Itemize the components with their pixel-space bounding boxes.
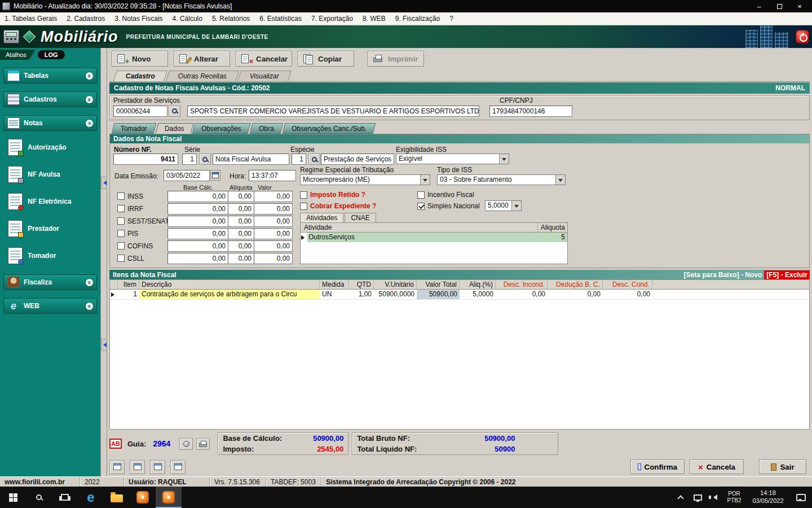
chevron-down-icon[interactable] (511, 201, 521, 211)
cofins-valor-field[interactable]: 0,00 (254, 240, 293, 252)
menu-tabelas-gerais[interactable]: 1. Tabelas Gerais (5, 15, 57, 23)
csll-valor-field[interactable]: 0,00 (254, 253, 293, 264)
maximize-button[interactable] (769, 1, 789, 12)
start-button[interactable] (0, 487, 26, 508)
irrf-checkbox[interactable] (117, 205, 125, 212)
menu-estatisticas[interactable]: 6. Estatísticas (259, 15, 302, 23)
csll-aliquota-field[interactable]: 0,00 (228, 253, 254, 264)
simples-aliquota-dropdown[interactable]: 5,0000 (485, 200, 522, 211)
tipo-iss-dropdown[interactable]: 03 - Sobre Faturamento (437, 174, 566, 185)
sidebar-item-prestador[interactable]: Prestador (8, 218, 100, 239)
menu-exportacao[interactable]: 7. Exportação (311, 15, 353, 23)
simples-nacional-checkbox[interactable] (417, 203, 425, 210)
sest-aliquota-field[interactable]: 0,00 (228, 216, 254, 227)
hora-field[interactable]: 13:37:07 (249, 170, 296, 181)
log-tab[interactable]: LOG (38, 50, 65, 59)
pinned-app-button-1[interactable] (130, 487, 156, 508)
prestador-name-field[interactable]: SPORTS CENTER COMERCIO VAREJISTAS DE VES… (187, 106, 479, 117)
imposto-retido-checkbox[interactable] (300, 191, 307, 199)
sidebar-item-tomador[interactable]: Tomador (8, 245, 100, 266)
collapse-arrow-icon[interactable] (101, 177, 107, 189)
prestador-search-button[interactable] (169, 106, 180, 117)
subtab-obra[interactable]: Obra (250, 123, 283, 134)
cancelar-button[interactable]: × Cancelar (236, 51, 292, 67)
chevron-down-icon[interactable]: » (85, 72, 94, 80)
chevron-down-icon[interactable] (420, 175, 430, 185)
menu-relatorios[interactable]: 5. Relatórios (212, 15, 250, 23)
language-indicator[interactable]: POR PTB2 (722, 487, 747, 508)
alterar-button[interactable]: Alterar (174, 51, 230, 67)
subtab-observacoes-canc[interactable]: Observações Canc./Sub. (282, 123, 376, 134)
sidebar-group-notas[interactable]: Notas » (3, 115, 97, 131)
especie-search-button[interactable] (308, 154, 320, 165)
especie-desc-field[interactable]: Prestação de Serviços (321, 154, 394, 165)
sair-button[interactable]: Sair (759, 459, 806, 474)
sidebar-group-web[interactable]: e WEB » (3, 298, 97, 314)
subtab-observacoes[interactable]: Observações (192, 123, 250, 134)
confirma-button[interactable]: Confirma (630, 459, 685, 474)
cancela-button[interactable]: × Cancela (690, 459, 744, 474)
chevron-down-icon[interactable]: » (85, 95, 94, 104)
data-emissao-field[interactable]: 03/05/2022 (164, 170, 210, 181)
cofins-aliquota-field[interactable]: 0,00 (228, 240, 254, 252)
menu-help[interactable]: ? (449, 15, 453, 23)
incentivo-fiscal-checkbox[interactable] (417, 191, 425, 199)
file-explorer-button[interactable] (104, 487, 130, 508)
volume-tray-button[interactable] (706, 487, 722, 508)
csll-checkbox[interactable] (117, 255, 125, 262)
exigibilidade-dropdown[interactable]: Exigível (396, 154, 509, 164)
collapse-arrow-icon[interactable] (101, 339, 107, 351)
running-app-button[interactable] (156, 487, 182, 508)
inss-aliquota-field[interactable]: 0,00 (228, 191, 254, 202)
guia-lookup-button[interactable] (179, 438, 193, 450)
regime-dropdown[interactable]: Microempresário (ME) (300, 174, 430, 185)
clock[interactable]: 14:18 03/05/2022 (747, 487, 789, 508)
tab-atividades[interactable]: Atividades (300, 213, 343, 222)
sidebar-item-nf-avulsa[interactable]: NF Avulsa (8, 164, 100, 185)
item-descricao-cell[interactable]: Contratação de serviços de arbitragem pa… (139, 290, 320, 299)
menu-cadastros[interactable]: 2. Cadastros (67, 15, 105, 23)
subtab-dados[interactable]: Dados (155, 123, 193, 134)
chevron-down-icon[interactable]: » (85, 278, 94, 287)
tab-visualizar[interactable]: Visualizar (237, 71, 292, 81)
especie-field[interactable]: 1 (292, 154, 306, 165)
atalhos-tab[interactable]: Atalhos (0, 50, 36, 60)
tray-expand-button[interactable] (672, 487, 689, 508)
taskbar-search-button[interactable] (26, 487, 52, 508)
pis-aliquota-field[interactable]: 0,00 (228, 228, 254, 239)
edge-button[interactable]: e (78, 487, 104, 508)
cpf-cnpj-field[interactable]: 17934847000146 (489, 106, 572, 117)
calendar-button[interactable] (210, 170, 220, 181)
inss-base-field[interactable]: 0,00 (167, 191, 228, 202)
minimize-button[interactable]: – (749, 1, 769, 12)
record-nav-button-1[interactable] (109, 460, 125, 474)
sest-senat-checkbox[interactable] (117, 217, 125, 225)
sest-base-field[interactable]: 0,00 (167, 216, 228, 227)
power-button[interactable] (796, 30, 809, 43)
item-row[interactable]: 1 Contratação de serviços de arbitragem … (110, 290, 809, 300)
record-nav-button-2[interactable] (130, 460, 145, 474)
cobrar-expediente-checkbox[interactable] (300, 203, 307, 210)
sidebar-group-cadastros[interactable]: Cadastros » (3, 91, 97, 107)
sidebar-group-fiscaliza[interactable]: Fiscaliza » (3, 274, 97, 290)
chevron-up-icon[interactable]: » (85, 119, 94, 128)
tab-cnae[interactable]: CNAE (345, 213, 376, 222)
notification-center-button[interactable] (789, 487, 812, 508)
menu-web[interactable]: 8. WEB (363, 15, 386, 23)
prestador-code-field[interactable]: 000006244 (113, 106, 167, 117)
inss-checkbox[interactable] (117, 192, 125, 200)
record-nav-button-3[interactable] (150, 460, 165, 474)
sidebar-item-nf-eletronica[interactable]: NF Eletrônica (8, 191, 100, 212)
task-view-button[interactable] (52, 487, 78, 508)
atividade-row[interactable]: OutrosServiços 5 (301, 233, 567, 242)
pis-valor-field[interactable]: 0,00 (254, 228, 293, 239)
sidebar-group-tabelas[interactable]: Tabelas » (3, 68, 97, 84)
serie-field[interactable]: 1 (182, 154, 197, 165)
serie-search-button[interactable] (199, 154, 211, 165)
menu-notas-fiscais[interactable]: 3. Notas Fiscais (114, 15, 162, 23)
csll-base-field[interactable]: 0,00 (167, 253, 228, 264)
guia-print-button[interactable] (196, 438, 210, 450)
numero-nf-field[interactable]: 9411 (113, 154, 178, 165)
irrf-base-field[interactable]: 0,00 (167, 203, 228, 214)
subtab-tomador[interactable]: Tomador (112, 123, 156, 134)
